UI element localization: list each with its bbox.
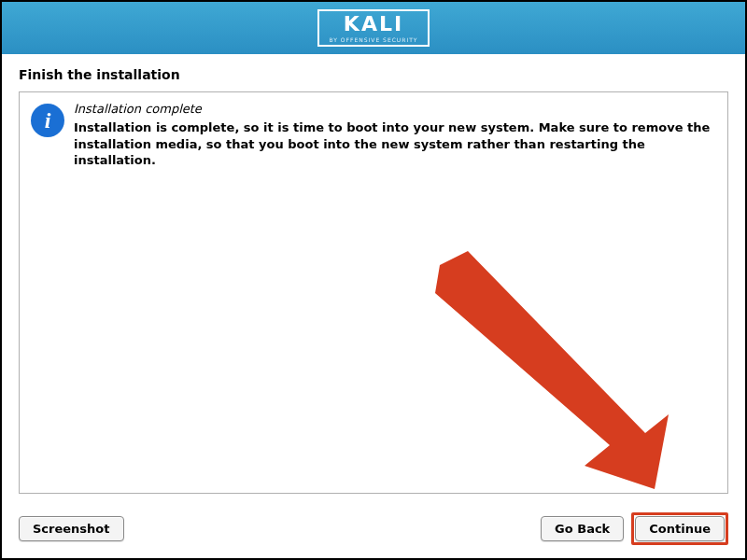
kali-logo: KALI BY OFFENSIVE SECURITY — [317, 9, 429, 47]
screenshot-button[interactable]: Screenshot — [19, 516, 124, 541]
footer-bar: Screenshot Go Back Continue — [2, 503, 745, 558]
message-title: Installation complete — [74, 102, 716, 116]
page-title: Finish the installation — [2, 54, 745, 91]
continue-button[interactable]: Continue — [635, 516, 725, 541]
go-back-button[interactable]: Go Back — [541, 516, 624, 541]
content-panel: i Installation complete Installation is … — [19, 91, 728, 494]
svg-marker-0 — [435, 251, 669, 489]
logo-subtext: BY OFFENSIVE SECURITY — [329, 36, 417, 43]
message-block: Installation complete Installation is co… — [74, 102, 716, 169]
info-icon-glyph: i — [45, 108, 51, 133]
info-icon: i — [31, 104, 64, 137]
continue-button-highlight: Continue — [631, 512, 728, 545]
annotation-arrow-icon — [412, 251, 673, 494]
installer-header: KALI BY OFFENSIVE SECURITY — [2, 2, 745, 54]
logo-text: KALI — [344, 14, 403, 35]
message-body: Installation is complete, so it is time … — [74, 119, 716, 169]
